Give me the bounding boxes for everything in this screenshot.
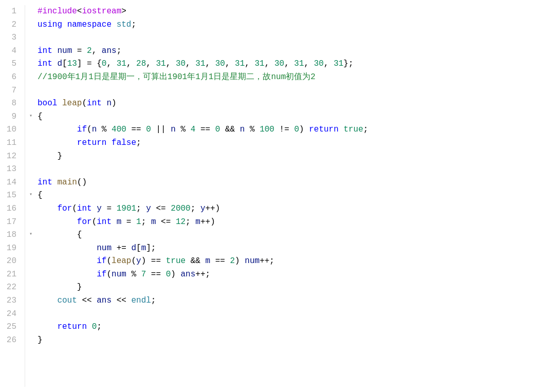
code-content: using namespace std;	[38, 18, 555, 32]
token-var: d	[57, 59, 62, 68]
line-numbers: 1234567891011121314151617181920212223242…	[0, 5, 25, 387]
token-namespace-kw: namespace	[67, 20, 112, 29]
token-plain: }	[38, 152, 62, 161]
fold-arrow	[29, 163, 38, 164]
line-number: 13	[0, 163, 16, 176]
token-kw-blue: int	[38, 178, 52, 187]
token-plain: ,	[265, 59, 274, 68]
line-number: 18	[0, 229, 16, 242]
token-kw-blue: int	[87, 99, 102, 108]
token-var: num	[57, 46, 72, 55]
token-plain: <<	[77, 296, 97, 305]
token-num: 0	[294, 125, 299, 134]
token-plain: ;	[97, 322, 102, 331]
line-number: 16	[0, 202, 16, 216]
code-line: //1900年1月1日是星期一，可算出1901年1月1日是星期二，故num初值为…	[29, 71, 555, 84]
code-content: if(leap(y) == true && m == 2) num++;	[38, 255, 555, 268]
token-num: 1	[136, 217, 141, 227]
fold-arrow	[29, 18, 38, 20]
token-plain	[57, 99, 62, 108]
line-number: 4	[0, 45, 16, 58]
code-content: if(num % 7 == 0) ans++;	[38, 268, 555, 282]
token-namespace-name: std	[117, 20, 132, 29]
token-plain	[38, 217, 77, 227]
code-content: int main()	[38, 176, 555, 190]
fold-arrow	[29, 294, 38, 296]
fold-arrow	[29, 150, 38, 152]
token-plain: ,	[146, 59, 156, 68]
token-kw-true-val: true	[343, 125, 363, 134]
token-plain: {	[38, 112, 43, 121]
token-plain: [	[62, 59, 67, 68]
code-content: }	[38, 281, 555, 294]
token-plain: <<	[112, 296, 131, 305]
fold-arrow[interactable]: ▾	[29, 110, 38, 120]
token-plain: )	[235, 256, 245, 266]
token-plain: ==	[126, 125, 146, 134]
code-line: if(n % 400 == 0 || n % 4 == 0 && n % 100…	[29, 123, 555, 137]
code-line: }	[29, 334, 555, 347]
token-num: 0	[146, 125, 151, 134]
token-var: num	[245, 256, 260, 266]
line-number: 14	[0, 176, 16, 190]
token-plain: ;	[363, 125, 368, 134]
code-line: return 0;	[29, 321, 555, 334]
token-plain	[102, 99, 107, 108]
fold-arrow	[29, 242, 38, 244]
token-kw-blue: int	[38, 59, 52, 68]
line-number: 24	[0, 308, 16, 321]
line-number: 20	[0, 255, 16, 268]
token-kw-blue: int	[77, 204, 92, 213]
token-plain: (	[72, 204, 77, 213]
fold-arrow	[29, 58, 38, 59]
token-plain: ;	[136, 204, 146, 213]
fold-arrow	[29, 176, 38, 178]
token-plain	[38, 138, 77, 147]
token-num: 30	[314, 59, 324, 68]
token-num: 1901	[117, 204, 136, 213]
line-number: 12	[0, 150, 16, 163]
code-line: int d[13] = {0, 31, 28, 31, 30, 31, 30, …	[29, 58, 555, 71]
line-number: 6	[0, 71, 16, 84]
code-area[interactable]: #include<iostream>using namespace std; i…	[25, 5, 555, 387]
token-num: 31	[334, 59, 343, 68]
token-num: 2000	[171, 204, 190, 213]
code-line: #include<iostream>	[29, 5, 555, 18]
token-kw-blue: false	[112, 138, 136, 147]
code-content: {	[38, 189, 555, 202]
token-plain: ;	[131, 20, 136, 29]
code-line: }	[29, 150, 555, 163]
fold-arrow	[29, 123, 38, 125]
token-num: 0	[215, 125, 220, 134]
token-kw-blue: if	[77, 125, 87, 134]
code-line: cout << ans << endl;	[29, 294, 555, 308]
code-line: int main()	[29, 176, 555, 190]
token-plain: <=	[156, 217, 176, 227]
code-content: return 0;	[38, 321, 555, 334]
token-plain: [	[136, 244, 141, 253]
code-line	[29, 163, 555, 176]
token-kw-cout: cout	[57, 296, 77, 305]
token-plain: %	[245, 125, 260, 134]
line-number: 15	[0, 189, 16, 202]
token-plain: }	[38, 335, 43, 345]
code-content: }	[38, 150, 555, 163]
token-plain	[38, 322, 57, 331]
code-content: int num = 2, ans;	[38, 45, 555, 58]
line-number: 11	[0, 137, 16, 150]
code-content: #include<iostream>	[38, 5, 555, 18]
fold-arrow[interactable]: ▾	[29, 229, 38, 238]
token-plain: ,	[106, 59, 116, 68]
token-kw-endl: endl	[131, 296, 151, 305]
fold-arrow	[29, 321, 38, 322]
fold-arrow[interactable]: ▾	[29, 189, 38, 199]
code-content	[38, 84, 555, 98]
line-number: 17	[0, 216, 16, 229]
token-plain: (	[131, 256, 136, 266]
token-plain: ,	[126, 59, 136, 68]
token-plain: (	[92, 217, 97, 227]
token-kw-true-val: true	[166, 256, 186, 266]
token-comment: //1900年1月1日是星期一，可算出1901年1月1日是星期二，故num初值为…	[38, 72, 316, 82]
token-num: 30	[274, 59, 284, 68]
fold-arrow	[29, 255, 38, 256]
